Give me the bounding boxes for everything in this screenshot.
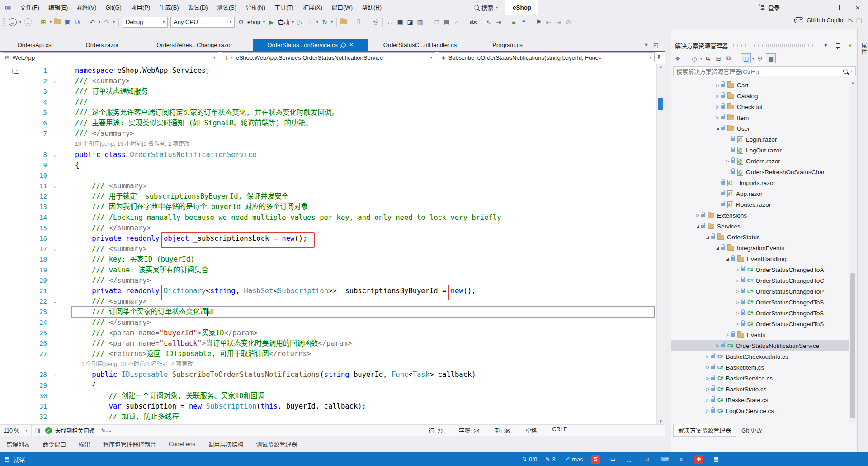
panel-tab[interactable]: 解决方案资源管理器: [673, 424, 736, 437]
tree-item[interactable]: ▷C#BasketService.cs: [671, 373, 849, 384]
fold-marker[interactable]: ⌄: [51, 296, 59, 307]
menu-item[interactable]: 工具(T): [270, 0, 298, 15]
sogou-logo-icon[interactable]: S: [591, 455, 600, 464]
navigate-forward-icon[interactable]: →: [24, 18, 32, 26]
package-icon[interactable]: ▦: [396, 17, 405, 28]
expander-icon[interactable]: ▷: [734, 300, 741, 304]
show-all-files-icon[interactable]: ◫: [741, 53, 751, 63]
tree-item[interactable]: ▷C#OrderStatusChangedToS: [671, 319, 849, 329]
menu-item[interactable]: 测试(S): [212, 0, 241, 15]
open-file-icon[interactable]: [54, 19, 61, 24]
background-tasks-icon[interactable]: ▤: [5, 456, 9, 462]
solution-platforms-select[interactable]: Any CPU▾: [170, 17, 235, 28]
chevron-down-icon[interactable]: ▾: [263, 20, 265, 24]
expander-icon[interactable]: ▷: [734, 278, 741, 283]
tree-item[interactable]: ◢Services: [671, 221, 849, 232]
code-editor[interactable]: {↯ 1namespace eShop.WebApp.Services;2⌄//…: [0, 64, 665, 424]
chevron-down-icon[interactable]: ▾: [50, 20, 52, 24]
tool-window-tab[interactable]: 程序包管理器控制台: [103, 440, 156, 448]
voice-input-icon[interactable]: ♬: [677, 455, 686, 464]
expander-icon[interactable]: ▷: [704, 409, 711, 413]
panel-tab[interactable]: Git 更改: [737, 424, 767, 437]
tab-list-dropdown-icon[interactable]: ▼: [644, 42, 649, 48]
expander-icon[interactable]: ◢: [714, 127, 721, 131]
expander-icon[interactable]: ◢: [724, 257, 731, 261]
expander-icon[interactable]: ▷: [714, 105, 721, 109]
tree-item[interactable]: ◢User: [671, 123, 849, 134]
restore-button[interactable]: [826, 0, 847, 15]
expander-icon[interactable]: ▷: [734, 267, 741, 272]
tool-window-tab[interactable]: 错误列表: [6, 440, 30, 448]
tool-window-tab[interactable]: CodeLens: [169, 441, 195, 447]
document-tab[interactable]: OrdersRefres...Change.razor: [136, 39, 253, 51]
scrollbar-thumb[interactable]: [850, 273, 855, 418]
menu-item[interactable]: 调试(D): [184, 0, 212, 15]
ime-chinese-mode-icon[interactable]: 中: [609, 455, 618, 464]
scroll-down-icon[interactable]: ▼: [659, 419, 663, 423]
tree-item[interactable]: ▷Cart: [671, 80, 849, 90]
next-bookmark-icon[interactable]: ⇥: [554, 17, 563, 28]
fold-marker[interactable]: ⌄: [51, 150, 59, 160]
properties-tab[interactable]: 属性: [859, 38, 868, 59]
tree-item[interactable]: ▷@Orders.razor: [671, 156, 849, 166]
fold-marker[interactable]: ⌄: [51, 181, 59, 191]
chevron-down-icon[interactable]: ▾: [19, 20, 21, 24]
menu-item[interactable]: 视图(V): [72, 0, 101, 15]
pin-icon[interactable]: [836, 43, 840, 48]
ime-emoji-icon[interactable]: ☺: [643, 455, 652, 464]
properties-wrench-icon[interactable]: ⚙: [755, 54, 764, 63]
solution-explorer-search[interactable]: 搜索解决方案资源管理器(Ctrl+;) ▾: [673, 66, 856, 76]
document-tab[interactable]: OrdersApi.cs: [0, 39, 69, 51]
solution-configurations-select[interactable]: Debug▾: [123, 17, 168, 28]
chevron-down-icon[interactable]: ▾: [113, 20, 115, 24]
tree-item[interactable]: ◢OrderStatus: [671, 232, 849, 243]
menu-item[interactable]: 分析(N): [241, 0, 270, 15]
github-copilot-button[interactable]: GitHub Copilot ⇱ ◫: [794, 17, 862, 24]
tree-item[interactable]: ▷C#OrderStatusChangedToS: [671, 308, 849, 319]
sign-in-button[interactable]: 登录: [760, 0, 780, 15]
tree-item[interactable]: ▷Events: [671, 329, 849, 340]
zoom-select[interactable]: 110 % ▾: [0, 425, 32, 436]
tree-item[interactable]: ▷C#OrderStatusChangedToC: [671, 275, 849, 286]
expander-icon[interactable]: ◢: [694, 224, 701, 228]
close-icon[interactable]: ×: [846, 42, 854, 49]
chevron-down-icon[interactable]: ▾: [752, 57, 754, 61]
document-tab[interactable]: Orders.razor: [69, 39, 136, 51]
window-list-icon[interactable]: ▥: [415, 17, 425, 28]
menu-item[interactable]: 生成(B): [155, 0, 183, 15]
pending-edits-count-group[interactable]: ✎3: [545, 456, 555, 463]
sogou-toolbox-icon[interactable]: ✚: [694, 455, 703, 464]
close-icon[interactable]: ✕: [349, 42, 354, 48]
tree-item[interactable]: @OrdersRefreshOnStatusChar: [671, 166, 849, 177]
tree-item[interactable]: ▷C#BasketCheckoutInfo.cs: [671, 351, 849, 362]
tree-item[interactable]: ▷C#IBasketState.cs: [671, 395, 849, 405]
expander-icon[interactable]: ▷: [724, 333, 731, 337]
hot-reload-icon[interactable]: ♨: [306, 17, 315, 28]
member-dropdown[interactable]: ◈ SubscribeToOrderStatusNotifications(st…: [439, 52, 655, 62]
expander-icon[interactable]: ▷: [714, 83, 721, 87]
expander-icon[interactable]: ▷: [714, 115, 721, 120]
fold-marker[interactable]: ⌄: [51, 76, 59, 86]
new-file-icon[interactable]: ▱: [386, 17, 395, 28]
clipboard-icon[interactable]: ⎘: [371, 17, 380, 28]
save-icon[interactable]: ▣: [63, 17, 72, 28]
scroll-up-icon[interactable]: ▲: [659, 65, 663, 69]
navigate-back-icon[interactable]: ←: [9, 18, 17, 26]
document-tab[interactable]: Program.cs: [472, 39, 542, 51]
pin-icon[interactable]: [340, 42, 346, 48]
toolbar-grip[interactable]: [3, 18, 5, 27]
frame-icon[interactable]: □: [432, 17, 441, 28]
codelens-info[interactable]: 1 个引用|peng, 18 小时前|1 名作者, 2 项更改: [59, 359, 193, 370]
pointer-icon[interactable]: ↖: [484, 17, 493, 28]
tree-item[interactable]: ▷C#BasketState.cs: [671, 384, 849, 395]
expander-icon[interactable]: ▷: [714, 94, 721, 98]
console-icon[interactable]: ◪: [406, 17, 415, 28]
preview-selected-icon[interactable]: ▤: [766, 53, 776, 63]
startup-project-label[interactable]: ehop: [247, 19, 260, 25]
editor-vertical-scrollbar[interactable]: ▲ ▼: [656, 64, 665, 424]
tree-item[interactable]: ▷Item: [671, 112, 849, 123]
share-icon[interactable]: ⇱: [848, 17, 853, 24]
code-cleanup-icon[interactable]: ✎✓▾: [101, 427, 111, 434]
menu-item[interactable]: 扩展(X): [298, 0, 327, 15]
comment-icon[interactable]: ❝: [519, 17, 528, 28]
